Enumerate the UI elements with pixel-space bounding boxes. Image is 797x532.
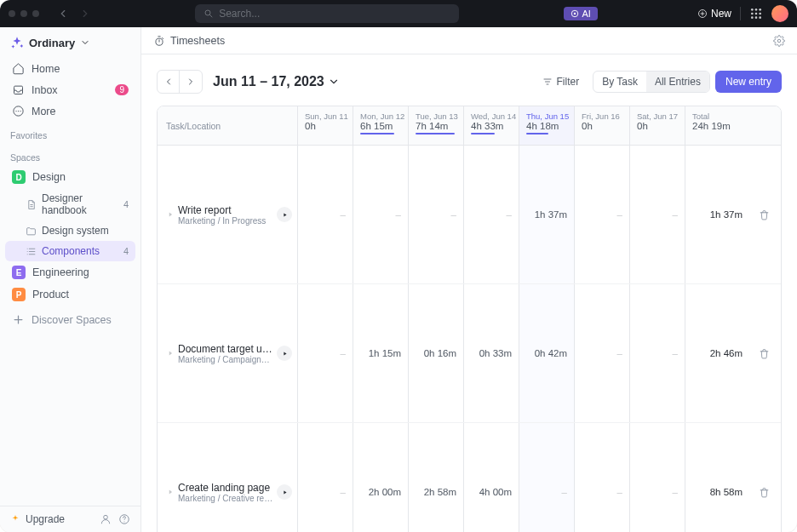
delete-row-button[interactable] — [749, 423, 778, 532]
time-cell[interactable]: 1h 37m — [519, 146, 575, 283]
seg-all-entries[interactable]: All Entries — [646, 72, 709, 92]
view-toggle: By Task All Entries — [593, 71, 710, 93]
plus-circle-icon — [697, 9, 708, 19]
help-icon[interactable] — [118, 513, 130, 525]
space-name: Engineering — [32, 266, 89, 278]
discover-spaces[interactable]: Discover Spaces — [5, 309, 135, 330]
delete-row-button[interactable] — [749, 284, 778, 422]
space-subitem[interactable]: Components4 — [5, 241, 135, 261]
time-cell[interactable]: 2h 00m — [353, 423, 409, 532]
time-cell[interactable]: – — [630, 284, 685, 422]
prev-week-button[interactable] — [158, 71, 180, 93]
new-entry-button[interactable]: New entry — [715, 71, 782, 93]
sidebar-item-home[interactable]: Home — [5, 58, 135, 79]
play-button[interactable] — [277, 207, 292, 222]
apps-icon[interactable] — [749, 7, 763, 20]
play-button[interactable] — [277, 484, 292, 500]
next-week-button[interactable] — [180, 71, 202, 93]
day-total: 0h — [582, 121, 622, 131]
time-cell[interactable]: – — [298, 284, 353, 422]
day-column-header: Tue, Jun 137h 14m — [409, 106, 464, 145]
close-dot[interactable] — [9, 10, 15, 17]
task-name[interactable]: Write report — [178, 204, 273, 216]
trash-icon — [759, 348, 770, 359]
space-item[interactable]: PProduct — [5, 283, 135, 306]
back-button[interactable] — [53, 3, 73, 24]
time-cell[interactable]: – — [575, 146, 630, 283]
delete-row-button[interactable] — [749, 146, 778, 283]
day-label: Thu, Jun 15 — [526, 112, 567, 121]
new-button[interactable]: New — [697, 8, 731, 20]
ai-icon — [571, 9, 579, 18]
forward-button[interactable] — [75, 3, 95, 24]
time-cell[interactable]: – — [298, 146, 353, 283]
time-cell[interactable]: 4h 00m — [464, 423, 519, 532]
time-cell[interactable]: – — [519, 423, 575, 532]
time-cell[interactable]: 0h 33m — [464, 284, 519, 422]
time-cell[interactable]: – — [630, 146, 685, 283]
time-cell[interactable]: – — [464, 146, 519, 283]
week-nav — [157, 70, 203, 94]
day-bar — [360, 133, 394, 134]
time-cell[interactable]: 0h 42m — [519, 284, 575, 422]
inbox-icon — [12, 83, 25, 96]
time-cell[interactable]: – — [575, 284, 630, 422]
workspace-switcher[interactable]: Ordinary — [0, 27, 140, 58]
expand-caret-icon[interactable] — [166, 151, 175, 278]
time-cell[interactable]: – — [409, 146, 464, 283]
breadcrumb-label: Timesheets — [170, 35, 225, 47]
expand-caret-icon[interactable] — [166, 289, 175, 417]
maximize-dot[interactable] — [32, 10, 39, 17]
time-cell[interactable]: – — [353, 146, 409, 283]
table-row: Write report Marketing / In Progress –––… — [158, 146, 781, 284]
day-bar — [526, 133, 548, 134]
space-subitem[interactable]: Designer handbook4 — [5, 188, 135, 220]
subitem-name: Components — [42, 245, 100, 257]
settings-button[interactable] — [773, 35, 785, 47]
task-name[interactable]: Document target users — [178, 343, 273, 355]
stopwatch-icon — [153, 35, 165, 47]
play-button[interactable] — [277, 346, 292, 361]
day-label: Mon, Jun 12 — [360, 112, 401, 121]
minimize-dot[interactable] — [20, 10, 27, 17]
time-cell[interactable]: – — [298, 423, 353, 532]
day-label: Sun, Jun 11 — [305, 112, 346, 121]
chevron-down-icon — [80, 37, 90, 48]
time-cell[interactable]: – — [575, 423, 630, 532]
space-badge: P — [12, 288, 26, 301]
search-input[interactable]: Search... — [195, 4, 459, 23]
play-icon — [282, 212, 288, 218]
upgrade-link[interactable]: Upgrade — [26, 513, 65, 525]
time-cell[interactable]: 0h 16m — [409, 284, 464, 422]
expand-caret-icon[interactable] — [166, 428, 175, 532]
day-total: 0h — [637, 121, 678, 131]
timesheet: Task/Location Sun, Jun 110hMon, Jun 126h… — [157, 106, 782, 532]
sidebar-item-more[interactable]: More — [5, 100, 135, 122]
space-name: Product — [32, 289, 69, 300]
row-total: 8h 58m — [685, 423, 749, 532]
sidebar-item-inbox[interactable]: Inbox 9 — [5, 79, 135, 100]
sparkle-icon — [10, 514, 20, 524]
avatar[interactable] — [771, 5, 788, 22]
task-name[interactable]: Create landing page — [178, 482, 273, 494]
date-range-picker[interactable]: Jun 11 – 17, 2023 — [213, 74, 340, 89]
space-badge: D — [12, 170, 26, 184]
doc-icon — [26, 199, 37, 210]
workspace-logo-icon — [10, 36, 24, 49]
time-cell[interactable]: – — [630, 423, 685, 532]
sheet-header: Task/Location Sun, Jun 110hMon, Jun 126h… — [158, 106, 781, 146]
time-cell[interactable]: 2h 58m — [409, 423, 464, 532]
table-row: Document target users Marketing / Campai… — [158, 284, 781, 423]
list-icon — [26, 246, 37, 257]
seg-by-task[interactable]: By Task — [593, 72, 646, 92]
space-badge: E — [12, 266, 26, 279]
chevron-down-icon — [328, 76, 340, 88]
space-subitem[interactable]: Design system — [5, 220, 135, 241]
space-item[interactable]: EEngineering — [5, 261, 135, 283]
user-icon[interactable] — [100, 513, 112, 525]
filter-button[interactable]: Filter — [534, 72, 588, 92]
space-item[interactable]: DDesign — [5, 166, 135, 188]
time-cell[interactable]: 1h 15m — [353, 284, 409, 422]
ai-button[interactable]: AI — [564, 7, 597, 20]
search-placeholder: Search... — [219, 8, 260, 20]
